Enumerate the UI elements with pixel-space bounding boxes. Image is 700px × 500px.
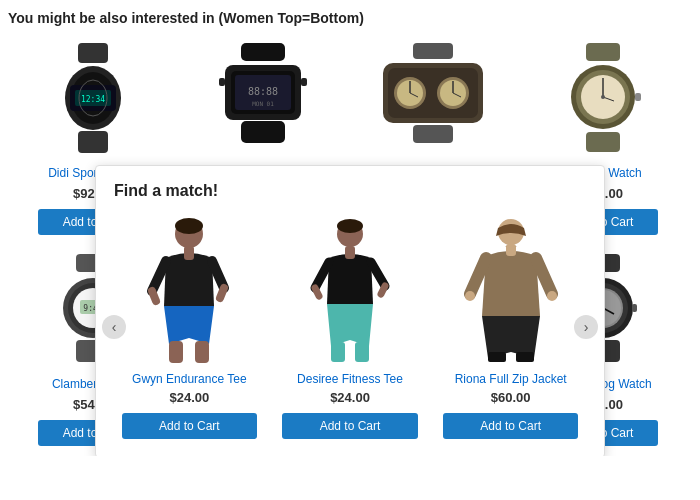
svg-rect-14 xyxy=(241,121,285,143)
popup-desiree-name: Desiree Fitness Tee xyxy=(275,372,426,386)
svg-rect-0 xyxy=(78,43,108,63)
popup-product-gwyn-image xyxy=(129,214,249,364)
popup-desiree-add-cart[interactable]: Add to Cart xyxy=(282,413,418,439)
svg-rect-36 xyxy=(586,132,620,152)
svg-rect-55 xyxy=(632,304,637,312)
popup-product-desiree-image xyxy=(290,214,410,364)
svg-rect-8 xyxy=(241,43,285,61)
svg-rect-28 xyxy=(413,125,453,143)
popup-desiree-price: $24.00 xyxy=(275,390,426,405)
svg-rect-29 xyxy=(586,43,620,61)
svg-rect-58 xyxy=(184,246,194,260)
svg-point-62 xyxy=(337,219,363,233)
popup-product-gwyn: Gwyn Endurance Tee $24.00 Add to Cart xyxy=(114,214,265,439)
watch-didi-icon: 12:34 xyxy=(48,43,138,153)
svg-rect-63 xyxy=(345,246,355,259)
svg-rect-65 xyxy=(355,342,369,362)
popup-prev-button[interactable]: ‹ xyxy=(102,315,126,339)
find-match-popup: Find a match! ‹ xyxy=(95,165,605,456)
popup-riona-name: Riona Full Zip Jacket xyxy=(435,372,586,386)
popup-gwyn-price: $24.00 xyxy=(114,390,265,405)
svg-point-57 xyxy=(175,218,203,234)
popup-products-container: ‹ xyxy=(114,214,586,439)
svg-rect-64 xyxy=(331,342,345,362)
product-dash-image: 88:88 MON 01 xyxy=(198,38,328,158)
svg-rect-71 xyxy=(516,352,534,362)
popup-gwyn-add-cart[interactable]: Add to Cart xyxy=(122,413,258,439)
svg-rect-70 xyxy=(488,352,506,362)
svg-point-67 xyxy=(465,291,475,301)
svg-rect-16 xyxy=(301,78,307,86)
svg-text:88:88: 88:88 xyxy=(248,86,278,97)
watch-dash-icon: 88:88 MON 01 xyxy=(213,43,313,153)
riona-figure-icon xyxy=(456,216,566,364)
product-didi-image: 12:34 xyxy=(28,38,158,158)
watch-summit-icon xyxy=(558,43,648,153)
popup-riona-price: $60.00 xyxy=(435,390,586,405)
svg-rect-15 xyxy=(219,78,225,86)
svg-text:12:34: 12:34 xyxy=(81,95,105,104)
popup-next-button[interactable]: › xyxy=(574,315,598,339)
desiree-figure-icon xyxy=(295,216,405,364)
popup-riona-add-cart[interactable]: Add to Cart xyxy=(443,413,579,439)
svg-rect-17 xyxy=(413,43,453,59)
svg-rect-60 xyxy=(195,341,209,363)
svg-rect-37 xyxy=(635,93,641,101)
page-wrapper: You might be also interested in (Women T… xyxy=(0,0,700,456)
watch-cruise-icon xyxy=(378,43,488,153)
popup-gwyn-name: Gwyn Endurance Tee xyxy=(114,372,265,386)
svg-rect-59 xyxy=(169,341,183,363)
popup-title: Find a match! xyxy=(114,182,586,200)
svg-rect-69 xyxy=(506,244,516,256)
svg-point-68 xyxy=(547,291,557,301)
svg-rect-6 xyxy=(78,131,108,153)
gwyn-figure-icon xyxy=(134,216,244,364)
product-summit-image xyxy=(538,38,668,158)
product-cruise-image xyxy=(368,38,498,158)
popup-product-riona: Riona Full Zip Jacket $60.00 Add to Cart xyxy=(435,214,586,439)
svg-text:MON 01: MON 01 xyxy=(252,100,274,107)
section-title: You might be also interested in (Women T… xyxy=(8,10,692,26)
popup-product-riona-image xyxy=(451,214,571,364)
popup-product-desiree: Desiree Fitness Tee $24.00 Add to Cart xyxy=(275,214,426,439)
svg-point-35 xyxy=(601,95,605,99)
